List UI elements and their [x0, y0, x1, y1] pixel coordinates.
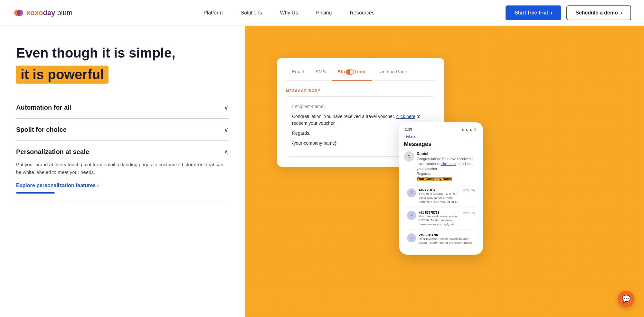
accordion-body-personalization: Put your brand at every touch point from…: [16, 156, 229, 194]
nav-item-solutions[interactable]: Solutions: [232, 0, 271, 26]
tab-storefront[interactable]: Stofront: [332, 67, 372, 77]
tab-landing-page[interactable]: Landing Page: [372, 67, 413, 77]
arrow-icon: ›: [551, 10, 552, 16]
msg-placeholder: {recipient-name}: [292, 103, 429, 110]
tab-sms[interactable]: SMS: [310, 67, 332, 77]
nav: Platform Solutions Why Us Pricing Resour…: [194, 0, 384, 26]
phone-filters[interactable]: ‹ Filters: [404, 134, 478, 138]
phone-sender-name: Daniel: [417, 151, 478, 156]
inbox-item-1[interactable]: + +91 57575711 Your Link verification co…: [404, 208, 478, 229]
inbox-sender-2: VM-SCBANK: [419, 233, 473, 237]
phone-message-content: Daniel Congratulation! You have received…: [417, 151, 478, 181]
inbox-time-0: Yesterday: [462, 188, 475, 192]
hero-title-line1: Even though it is simple,: [16, 45, 229, 61]
accordion-body-text: Put your brand at every touch point from…: [16, 161, 229, 176]
phone-status-bar: 1:19 ▲ ▲ ▲ 🔋: [404, 127, 478, 131]
header: xoxoday plum Platform Solutions Why Us P…: [0, 0, 644, 26]
chevron-down-icon-automation: ∨: [224, 104, 229, 111]
inbox-msg-1: Your Link verification code is: 017496. …: [419, 214, 460, 226]
phone-message-text: Congratulation! You have received a trav…: [417, 157, 478, 181]
accordion-item-personalization: Personalization at scale ∧ Put your bran…: [16, 141, 229, 201]
main-container: Even though it is simple, it is powerful…: [0, 26, 644, 317]
nav-item-why-us[interactable]: Why Us: [271, 0, 307, 26]
accordion-title-spoilt: Spoilt for choice: [16, 126, 67, 133]
accent-bar: [16, 192, 55, 194]
accordion-title-automation: Automation for all: [16, 104, 71, 111]
right-panel: Email SMS Stofront Landing Page MESSAGE …: [245, 26, 644, 317]
explore-personalization-link[interactable]: Explore personalization features ›: [16, 183, 229, 188]
inbox-time-1: Yesterday: [462, 211, 475, 214]
logo[interactable]: xoxoday plum: [13, 7, 72, 19]
inbox-avatar-0: A: [407, 188, 416, 197]
hero-title-block: Even though it is simple, it is powerful: [16, 45, 229, 84]
accordion-item-spoilt: Spoilt for choice ∨: [16, 119, 229, 141]
nav-item-platform[interactable]: Platform: [194, 0, 232, 26]
message-label: MESSAGE BODY: [286, 89, 435, 93]
logo-icon: [13, 7, 24, 19]
inbox-sender-1: +91 57575711: [419, 211, 460, 214]
inbox-item-2[interactable]: V VM-SCBANK Dear Investor, Please downlo…: [404, 231, 478, 248]
inbox-items: A AD-AxisBk 179319 is SECRET OTP for txn…: [404, 186, 478, 248]
svg-point-1: [17, 10, 23, 16]
nav-item-pricing[interactable]: Pricing: [307, 0, 341, 26]
accordion-header-personalization[interactable]: Personalization at scale ∧: [16, 148, 229, 156]
accordion: Automation for all ∨ Spoilt for choice ∨…: [16, 96, 229, 201]
inbox-avatar-1: +: [407, 211, 416, 220]
schedule-demo-button[interactable]: Schedule a demo ›: [566, 5, 631, 20]
left-panel: Even though it is simple, it is powerful…: [0, 26, 245, 317]
phone-message-item: D Daniel Congratulation! You have receiv…: [404, 151, 478, 181]
inbox-msg-2: Dear Investor, Please download your acco…: [419, 237, 473, 245]
start-free-trial-button[interactable]: Start free trial ›: [506, 5, 561, 20]
tab-email[interactable]: Email: [286, 67, 310, 77]
inbox-content-1: +91 57575711 Your Link verification code…: [419, 211, 460, 226]
header-actions: Start free trial › Schedule a demo ›: [506, 5, 631, 20]
accordion-title-personalization: Personalization at scale: [16, 148, 89, 156]
inbox-item-0[interactable]: A AD-AxisBk 179319 is SECRET OTP for txn…: [404, 186, 478, 206]
msg-click-here-link[interactable]: click here: [396, 114, 415, 119]
phone-click-here-link[interactable]: click here: [441, 162, 456, 166]
chevron-up-icon-personalization: ∧: [224, 148, 229, 156]
accordion-item-automation: Automation for all ∨: [16, 96, 229, 119]
inbox-msg-0: 179319 is SECRET OTP for txn of USD 20.0…: [419, 192, 460, 204]
phone-avatar-daniel: D: [404, 151, 414, 162]
logo-text: xoxoday plum: [26, 9, 72, 17]
toggle-icon: [346, 69, 354, 75]
inbox-avatar-2: V: [407, 233, 416, 242]
phone-time: 1:19: [405, 127, 412, 131]
chat-icon: 💬: [622, 295, 630, 303]
chat-widget[interactable]: 💬: [618, 291, 634, 307]
hero-title-highlight: it is powerful: [16, 66, 109, 84]
phone-signal-icons: ▲ ▲ ▲ 🔋: [461, 128, 477, 131]
accordion-header-spoilt[interactable]: Spoilt for choice ∨: [16, 126, 229, 133]
chevron-down-icon-spoilt: ∨: [224, 126, 229, 133]
tab-bar: Email SMS Stofront Landing Page: [286, 67, 435, 81]
inbox-sender-0: AD-AxisBk: [419, 188, 460, 192]
nav-item-resources[interactable]: Resources: [341, 0, 383, 26]
phone-messages-title: Messages: [404, 141, 478, 148]
phone-company-highlight: Your Company Name: [417, 177, 452, 181]
accordion-header-automation[interactable]: Automation for all ∨: [16, 104, 229, 111]
phone-mockup: 1:19 ▲ ▲ ▲ 🔋 ‹ Filters Messages D Daniel…: [399, 122, 483, 255]
arrow-icon-outline: ›: [620, 10, 622, 16]
inbox-content-2: VM-SCBANK Dear Investor, Please download…: [419, 233, 473, 245]
inbox-content-0: AD-AxisBk 179319 is SECRET OTP for txn o…: [419, 188, 460, 204]
